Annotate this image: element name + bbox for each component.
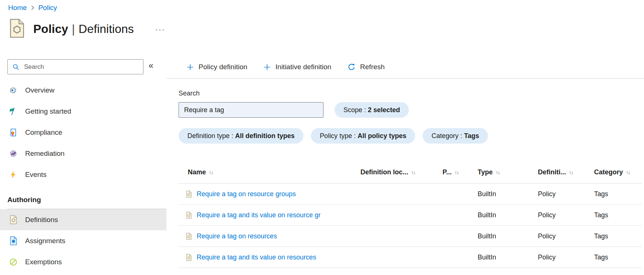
sort-icon: ↑↓ — [496, 170, 500, 175]
policy-type-filter-pill[interactable]: Policy type : All policy types — [311, 128, 415, 144]
search-field-label: Search — [179, 90, 644, 97]
table-row: Require a tag and its value on resources… — [179, 247, 642, 268]
sort-icon: ↑↓ — [626, 170, 630, 175]
breadcrumb-link-policy[interactable]: Policy — [38, 4, 57, 12]
sidebar-item-definitions[interactable]: Definitions — [0, 209, 166, 230]
plus-icon — [264, 64, 271, 71]
page-title-separator: | — [72, 22, 75, 36]
sidebar-item-assignments[interactable]: Assignments — [0, 230, 166, 251]
sidebar-item-label: Getting started — [25, 107, 71, 115]
pill-label: Scope — [343, 106, 362, 114]
definition-type-cell: Policy — [538, 211, 594, 219]
sidebar-item-label: Compliance — [25, 128, 62, 137]
breadcrumb-chevron-icon — [31, 5, 34, 10]
refresh-button[interactable]: Refresh — [348, 63, 385, 71]
pill-separator: : — [458, 132, 464, 140]
sidebar-item-label: Definitions — [25, 216, 58, 224]
sidebar-item-label: Overview — [25, 86, 54, 94]
pill-value: All policy types — [357, 132, 406, 140]
pill-value: 2 selected — [368, 106, 400, 114]
table-header-row: Name ↑↓ Definition loc... ↑↓ P... ↑↓ Typ… — [179, 161, 642, 184]
sidebar-collapse-button[interactable]: « — [149, 61, 153, 70]
category-cell: Tags — [594, 190, 642, 198]
sidebar-item-events[interactable]: Events — [0, 164, 166, 185]
type-cell: BuiltIn — [478, 254, 538, 261]
definition-type-filter-pill[interactable]: Definition type : All definition types — [179, 128, 304, 144]
sidebar-search-box — [7, 59, 143, 74]
compliance-icon — [9, 128, 18, 137]
remediation-icon — [9, 150, 18, 158]
assignments-icon — [9, 236, 18, 245]
page-title: Policy | Definitions — [33, 22, 134, 36]
definition-type-cell: Policy — [538, 232, 594, 240]
policy-definition-icon — [186, 254, 192, 261]
sidebar-item-exemptions[interactable]: Exemptions — [0, 251, 166, 272]
definitions-table: Name ↑↓ Definition loc... ↑↓ P... ↑↓ Typ… — [179, 161, 642, 268]
page-title-secondary: Definitions — [79, 22, 134, 36]
definitions-icon — [9, 215, 18, 224]
definition-type-cell: Policy — [538, 190, 594, 198]
events-lightning-icon — [9, 171, 18, 179]
overview-icon — [9, 86, 18, 94]
initiative-definition-button[interactable]: Initiative definition — [264, 63, 331, 71]
more-options-button[interactable]: ··· — [153, 24, 167, 34]
definition-link[interactable]: Require a tag and its value on resource … — [197, 211, 321, 219]
sidebar-item-label: Assignments — [25, 237, 65, 245]
plus-icon — [187, 64, 194, 71]
sidebar-item-getting-started[interactable]: Getting started — [0, 101, 166, 122]
button-label: Initiative definition — [275, 63, 331, 71]
pill-label: Policy type — [320, 132, 352, 140]
definition-type-cell: Policy — [538, 254, 594, 261]
refresh-icon — [348, 63, 355, 71]
column-header-policies[interactable]: P... ↑↓ — [443, 168, 478, 176]
column-label: P... — [443, 168, 452, 176]
breadcrumb: Home Policy — [8, 4, 57, 12]
type-cell: BuiltIn — [478, 211, 538, 219]
main-panel: Policy definition Initiative definition … — [166, 53, 644, 268]
sort-icon: ↑↓ — [209, 170, 213, 175]
page-header: Policy | Definitions ··· — [9, 19, 167, 40]
column-header-category[interactable]: Category ↑↓ — [594, 168, 642, 176]
column-label: Category — [594, 168, 623, 176]
policy-document-icon — [9, 19, 25, 40]
sidebar-item-label: Events — [25, 171, 47, 179]
policy-definition-button[interactable]: Policy definition — [187, 63, 247, 71]
category-filter-pill[interactable]: Category : Tags — [423, 128, 488, 144]
sidebar-item-compliance[interactable]: Compliance — [0, 122, 166, 143]
pill-value: All definition types — [235, 132, 295, 140]
sidebar-item-overview[interactable]: Overview — [0, 80, 166, 101]
sort-icon: ↑↓ — [411, 170, 415, 175]
sort-icon: ↑↓ — [569, 170, 573, 175]
definition-search-input[interactable] — [179, 102, 323, 118]
page-title-primary: Policy — [33, 22, 68, 36]
sidebar-item-label: Remediation — [25, 150, 65, 158]
pill-separator: : — [362, 106, 368, 114]
button-label: Policy definition — [199, 63, 247, 71]
breadcrumb-link-home[interactable]: Home — [8, 4, 27, 12]
table-row: Require a tag on resource groups BuiltIn… — [179, 184, 642, 205]
pill-value: Tags — [464, 132, 479, 140]
exemptions-icon — [9, 258, 18, 266]
column-header-definition-type[interactable]: Definiti... ↑↓ — [538, 168, 594, 176]
sidebar-search-input[interactable] — [23, 63, 134, 71]
column-header-type[interactable]: Type ↑↓ — [478, 168, 538, 176]
category-cell: Tags — [594, 211, 642, 219]
definition-link[interactable]: Require a tag and its value on resources — [197, 254, 316, 261]
definition-link[interactable]: Require a tag on resources — [197, 232, 277, 240]
column-label: Type — [478, 168, 493, 176]
button-label: Refresh — [360, 63, 385, 71]
table-row: Require a tag and its value on resource … — [179, 205, 642, 226]
category-cell: Tags — [594, 232, 642, 240]
column-header-definition-location[interactable]: Definition loc... ↑↓ — [360, 168, 443, 176]
definition-link[interactable]: Require a tag on resource groups — [197, 190, 296, 198]
policy-definition-icon — [186, 233, 192, 240]
table-row: Require a tag on resources BuiltIn Polic… — [179, 226, 642, 247]
pill-separator: : — [352, 132, 357, 140]
policy-definition-icon — [186, 212, 192, 219]
column-header-name[interactable]: Name ↑↓ — [179, 168, 360, 176]
scope-filter-pill[interactable]: Scope : 2 selected — [335, 102, 409, 118]
pill-separator: : — [230, 132, 235, 140]
pill-label: Category — [431, 132, 458, 140]
type-cell: BuiltIn — [478, 232, 538, 240]
sidebar-item-remediation[interactable]: Remediation — [0, 143, 166, 164]
